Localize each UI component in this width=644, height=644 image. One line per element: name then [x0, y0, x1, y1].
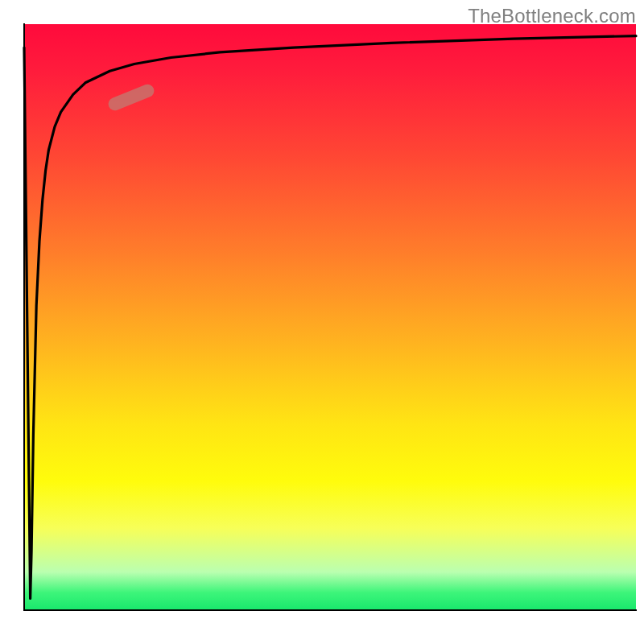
watermark-text: TheBottleneck.com [468, 5, 636, 27]
chart-canvas: TheBottleneck.com [0, 0, 644, 644]
plot-background-gradient [24, 24, 636, 610]
